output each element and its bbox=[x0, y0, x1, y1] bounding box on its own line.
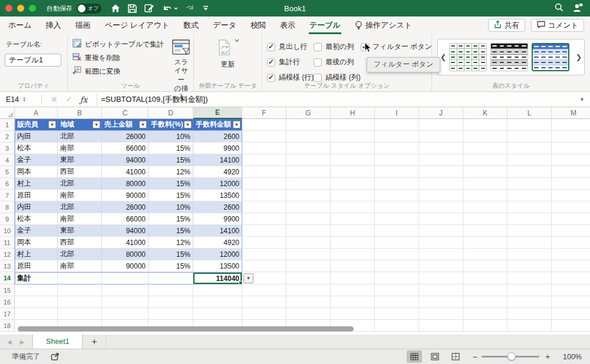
cell-L7[interactable] bbox=[507, 190, 552, 201]
cell-F5[interactable] bbox=[242, 166, 286, 178]
cell-D17[interactable] bbox=[149, 308, 193, 320]
cell-A12[interactable]: 村上 bbox=[15, 249, 58, 260]
cell-M4[interactable] bbox=[552, 154, 590, 166]
cell-F9[interactable] bbox=[242, 213, 286, 225]
gallery-prev-icon[interactable]: ❮ bbox=[440, 53, 446, 61]
cell-C16[interactable] bbox=[102, 296, 149, 308]
cell-L3[interactable] bbox=[507, 143, 552, 154]
cell-E13[interactable]: 13500 bbox=[193, 260, 242, 272]
cell-L6[interactable] bbox=[507, 178, 552, 190]
cell-F16[interactable] bbox=[242, 296, 286, 308]
row-header-2[interactable]: 2 bbox=[0, 131, 15, 143]
cell-E8[interactable]: 2600 bbox=[193, 201, 242, 213]
cell-L14[interactable] bbox=[507, 272, 552, 284]
cell-C2[interactable]: 26000 bbox=[102, 131, 149, 143]
cell-D8[interactable]: 10% bbox=[149, 201, 193, 213]
cell-A14[interactable]: 集計 bbox=[15, 272, 58, 284]
row-header-14[interactable]: 14 bbox=[0, 272, 15, 284]
table-name-input[interactable]: テーブル1 bbox=[5, 54, 61, 67]
table-style-thumbnail-dark[interactable] bbox=[490, 43, 528, 71]
cell-D16[interactable] bbox=[149, 296, 193, 308]
refresh-button[interactable]: 更新 bbox=[217, 38, 239, 82]
cell-M3[interactable] bbox=[552, 143, 590, 154]
cell-E14-selected-total[interactable]: 114040 bbox=[193, 272, 242, 284]
cell-G14[interactable] bbox=[286, 272, 331, 284]
cell-I1[interactable] bbox=[375, 119, 419, 131]
cell-F17[interactable] bbox=[242, 308, 286, 320]
cell-D11[interactable]: 12% bbox=[149, 237, 193, 249]
cell-F4[interactable] bbox=[242, 154, 286, 166]
cell-H1[interactable] bbox=[331, 119, 375, 131]
cell-I11[interactable] bbox=[375, 237, 419, 249]
row-header-12[interactable]: 12 bbox=[0, 249, 15, 260]
confirm-formula-icon[interactable]: ✓ bbox=[66, 95, 72, 104]
checkbox-option-3[interactable]: 縞模様 (行) bbox=[267, 72, 314, 82]
cell-A9[interactable]: 松本 bbox=[15, 213, 58, 225]
cell-I2[interactable] bbox=[375, 131, 419, 143]
cell-G11[interactable] bbox=[286, 237, 331, 249]
cell-L13[interactable] bbox=[507, 260, 552, 272]
cell-H7[interactable] bbox=[331, 190, 375, 201]
cell-G8[interactable] bbox=[286, 201, 331, 213]
cell-G4[interactable] bbox=[286, 154, 331, 166]
page-layout-view-button[interactable] bbox=[427, 350, 443, 363]
cell-L10[interactable] bbox=[507, 225, 552, 237]
sheet-next-icon[interactable]: ▶ bbox=[20, 339, 25, 345]
column-header-F[interactable]: F bbox=[242, 107, 286, 119]
cell-K13[interactable] bbox=[463, 260, 507, 272]
total-row-dropdown-button[interactable]: ▼ bbox=[243, 273, 253, 283]
cell-A2[interactable]: 内田 bbox=[15, 131, 58, 143]
cell-J12[interactable] bbox=[419, 249, 463, 260]
cell-G10[interactable] bbox=[286, 225, 331, 237]
cell-B9[interactable]: 南部 bbox=[58, 213, 102, 225]
cell-C15[interactable] bbox=[102, 284, 149, 296]
filter-button-販売員[interactable]: ▼ bbox=[48, 121, 56, 128]
cell-J16[interactable] bbox=[419, 296, 463, 308]
cell-E6[interactable]: 12000 bbox=[193, 178, 242, 190]
toolbar-options-icon[interactable] bbox=[203, 6, 209, 11]
checkbox-option-2[interactable]: 集計行 bbox=[267, 57, 314, 67]
name-box[interactable]: E14 ▲▼ bbox=[0, 95, 37, 104]
checkbox-option-1[interactable]: 見出し行 bbox=[267, 42, 314, 52]
cell-L18[interactable] bbox=[507, 320, 552, 332]
undo-icon[interactable] bbox=[162, 4, 178, 13]
cell-I12[interactable] bbox=[375, 249, 419, 260]
cell-L11[interactable] bbox=[507, 237, 552, 249]
zoom-slider[interactable] bbox=[482, 356, 539, 358]
row-header-6[interactable]: 6 bbox=[0, 178, 15, 190]
column-header-J[interactable]: J bbox=[419, 107, 463, 119]
checkbox-icon[interactable] bbox=[267, 43, 275, 51]
tab-7-inactive[interactable]: 校閲 bbox=[250, 16, 266, 34]
cell-B7[interactable]: 南部 bbox=[58, 190, 102, 201]
cell-J14[interactable] bbox=[419, 272, 463, 284]
row-header-16[interactable]: 16 bbox=[0, 296, 15, 308]
insert-slicer-button[interactable]: スライサー の挿入 bbox=[171, 38, 191, 82]
cell-K11[interactable] bbox=[463, 237, 507, 249]
row-header-9[interactable]: 9 bbox=[0, 213, 15, 225]
row-header-1[interactable]: 1 bbox=[0, 119, 15, 131]
cell-E9[interactable]: 9900 bbox=[193, 213, 242, 225]
cell-F7[interactable] bbox=[242, 190, 286, 201]
cell-H17[interactable] bbox=[331, 308, 375, 320]
cell-D12[interactable]: 15% bbox=[149, 249, 193, 260]
cell-C11[interactable]: 41000 bbox=[102, 237, 149, 249]
cell-J3[interactable] bbox=[419, 143, 463, 154]
cell-D9[interactable]: 15% bbox=[149, 213, 193, 225]
convert-to-range-button[interactable]: 範囲に変換 bbox=[72, 66, 164, 77]
cell-K8[interactable] bbox=[463, 201, 507, 213]
cell-J7[interactable] bbox=[419, 190, 463, 201]
cell-H10[interactable] bbox=[331, 225, 375, 237]
cell-E7[interactable]: 13500 bbox=[193, 190, 242, 201]
cell-L12[interactable] bbox=[507, 249, 552, 260]
cell-A7[interactable]: 原田 bbox=[15, 190, 58, 201]
cell-D2[interactable]: 10% bbox=[149, 131, 193, 143]
zoom-in-button[interactable]: ＋ bbox=[543, 352, 552, 362]
cell-E4[interactable]: 14100 bbox=[193, 154, 242, 166]
checkbox-option-6[interactable]: 縞模様 (列) bbox=[314, 72, 360, 82]
cell-F15[interactable] bbox=[242, 284, 286, 296]
add-sheet-button[interactable]: ＋ bbox=[83, 335, 106, 349]
cell-H8[interactable] bbox=[331, 201, 375, 213]
cell-B11[interactable]: 西部 bbox=[58, 237, 102, 249]
home-icon[interactable] bbox=[111, 4, 120, 13]
cell-E16[interactable] bbox=[193, 296, 242, 308]
